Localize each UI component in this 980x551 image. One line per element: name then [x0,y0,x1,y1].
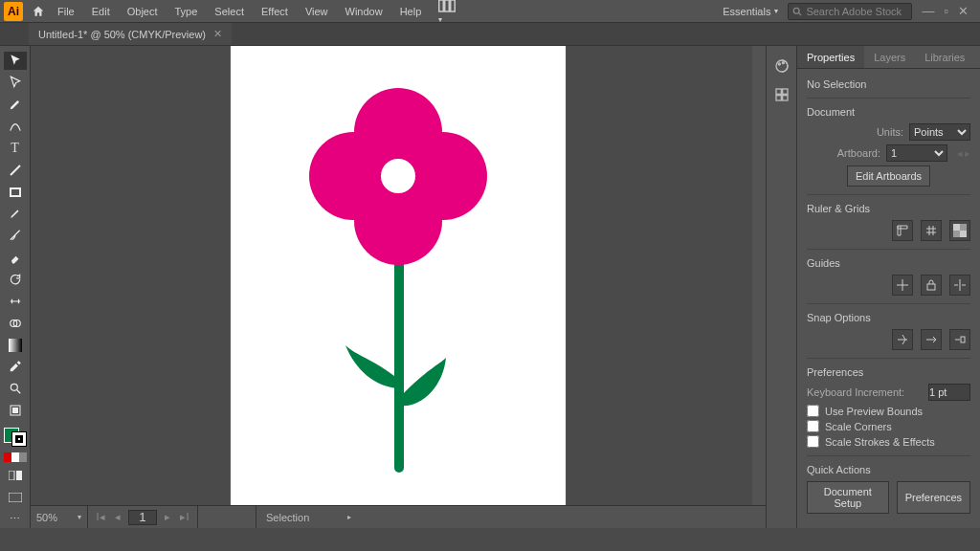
snap-heading: Snap Options [807,303,970,323]
zoom-dropdown[interactable]: 50% ▾ [31,506,88,528]
units-select[interactable]: Points [909,123,970,141]
tool-paintbrush[interactable] [4,205,27,223]
tab-properties[interactable]: Properties [797,46,864,68]
svg-rect-34 [961,337,965,342]
menu-select[interactable]: Select [207,6,252,17]
menu-effect[interactable]: Effect [254,6,296,17]
document-setup-button[interactable]: Document Setup [807,481,889,514]
tool-rotate[interactable] [4,271,27,289]
svg-point-22 [381,159,415,193]
svg-rect-33 [927,284,935,290]
tool-shaper[interactable] [4,227,27,245]
search-input[interactable]: Search Adobe Stock [788,3,912,20]
arrange-docs-icon[interactable]: ▾ [431,0,463,24]
scale-corners-checkbox[interactable]: Scale Corners [807,420,970,432]
tool-type[interactable]: T [4,139,27,157]
tool-zoom[interactable] [4,380,27,398]
smart-guides-icon[interactable] [949,275,970,296]
menu-edit[interactable]: Edit [84,6,118,17]
close-window-icon[interactable]: ✕ [958,4,969,18]
artboard[interactable] [231,46,566,505]
prev-artboard-icon[interactable]: ◂ [111,511,124,523]
menu-file[interactable]: File [50,6,82,17]
edit-toolbar[interactable]: ⋯ [4,510,27,528]
transparency-grid-icon[interactable] [949,220,970,241]
svg-rect-28 [776,96,781,100]
color-panel-icon[interactable] [771,55,792,77]
grid-icon[interactable] [921,220,942,241]
next-artboard-btn[interactable]: ▸ [965,147,970,160]
lock-guides-icon[interactable] [921,275,942,296]
artboard-select[interactable]: 1 [886,144,947,162]
snap-grid-icon[interactable] [921,329,942,350]
svg-rect-13 [12,408,18,413]
chevron-down-icon: ▾ [774,7,778,15]
svg-rect-27 [782,89,787,94]
edit-artboards-button[interactable]: Edit Artboards [847,165,930,187]
draw-mode[interactable] [4,466,27,484]
document-tab[interactable]: Untitled-1* @ 50% (CMYK/Preview) ✕ [29,23,232,45]
artwork-flower [231,46,566,505]
artboard-number-input[interactable] [128,510,157,525]
tool-pen[interactable] [4,96,27,114]
main: T ⋯ [0,46,980,528]
tab-layers[interactable]: Layers [864,46,915,68]
artboard-label: Artboard: [807,147,880,159]
maximize-icon[interactable]: ▫ [944,4,948,18]
fill-stroke-chips[interactable] [4,428,27,448]
tool-line[interactable] [4,161,27,179]
snap-pixel-icon[interactable] [949,329,970,350]
tab-close-icon[interactable]: ✕ [213,28,222,40]
svg-line-5 [11,165,20,175]
panel-tabs: Properties Layers Libraries [797,46,980,69]
svg-point-24 [778,63,780,65]
tool-shape-builder[interactable] [4,314,27,332]
last-artboard-icon[interactable]: ▸I [178,511,191,523]
scale-strokes-checkbox[interactable]: Scale Strokes & Effects [807,435,970,448]
rulers-icon[interactable] [892,220,913,241]
tool-curvature[interactable] [4,118,27,136]
properties-panel: Properties Layers Libraries No Selection… [796,46,980,528]
keyboard-increment-label: Keyboard Increment: [807,386,923,398]
swatches-panel-icon[interactable] [771,84,792,105]
stroke-chip[interactable] [11,431,27,447]
tool-width[interactable] [4,292,27,310]
menu-type[interactable]: Type [167,6,206,17]
keyboard-increment-input[interactable] [928,384,970,401]
tool-eyedropper[interactable] [4,358,27,376]
tool-eraser[interactable] [4,249,27,267]
minimize-icon[interactable]: — [922,4,934,18]
preferences-button[interactable]: Preferences [897,481,970,514]
menu-window[interactable]: Window [338,6,390,17]
color-mode-strip[interactable] [4,452,27,462]
current-tool-label: Selection ▸ [256,506,361,528]
tool-rectangle[interactable] [4,183,27,201]
workspace-switcher[interactable]: Essentials ▾ [715,6,786,17]
scrollbar-vertical[interactable] [752,46,766,505]
tool-print-tiling[interactable] [4,402,27,420]
zoom-value: 50% [36,512,57,523]
next-artboard-icon[interactable]: ▸ [161,511,174,523]
screen-mode[interactable] [4,488,27,506]
chevron-down-icon: ▾ [78,513,81,521]
show-guides-icon[interactable] [892,275,913,296]
snap-point-icon[interactable] [892,329,913,350]
tool-selection[interactable] [4,52,27,70]
home-icon[interactable] [29,2,48,21]
menu-help[interactable]: Help [392,6,430,17]
menu-object[interactable]: Object [120,6,166,17]
chevron-right-icon[interactable]: ▸ [347,513,351,521]
svg-point-3 [794,8,800,13]
tab-libraries[interactable]: Libraries [915,46,974,68]
first-artboard-icon[interactable]: I◂ [94,511,107,523]
tool-gradient[interactable] [4,336,27,354]
document-heading: Document [807,98,970,118]
menu-view[interactable]: View [298,6,336,17]
canvas[interactable] [31,46,766,505]
tool-direct-selection[interactable] [4,74,27,92]
use-preview-bounds-checkbox[interactable]: Use Preview Bounds [807,405,970,417]
prev-artboard-btn[interactable]: ◂ [957,147,963,160]
menubar: Ai File Edit Object Type Select Effect V… [0,0,980,23]
ruler-grids-heading: Ruler & Grids [807,194,970,214]
right-dock: Properties Layers Libraries No Selection… [766,46,980,528]
